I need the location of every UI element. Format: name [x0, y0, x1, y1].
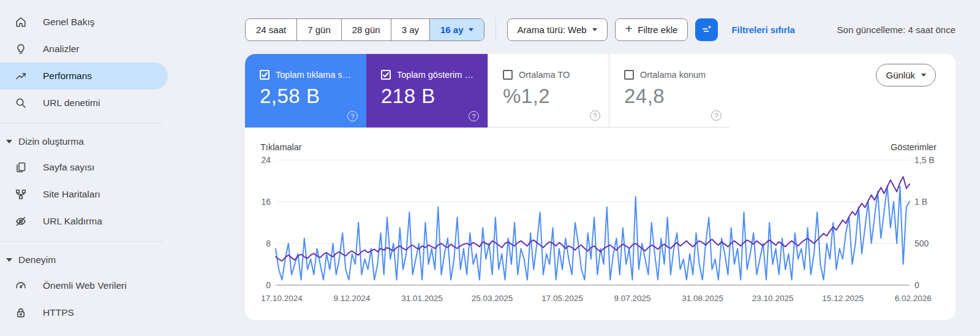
sidebar-item-label: Önemli Web Verileri [43, 280, 127, 291]
filter-toolbar: 24 saat 7 gün 28 gün 3 ay 16 ay Arama tü… [245, 0, 956, 54]
metric-card-total-impressions[interactable]: Toplam gösterim … 218 B ? [366, 54, 488, 128]
metric-label: Toplam tıklama s… [276, 70, 351, 80]
help-icon[interactable]: ? [711, 110, 722, 121]
svg-text:6.02.2026: 6.02.2026 [895, 294, 932, 303]
speedometer-icon [15, 280, 27, 292]
sidebar-item-onemli-web-verileri[interactable]: Önemli Web Verileri [0, 272, 168, 299]
sidebar: Genel Bakış Analizler Performans URL den… [0, 0, 245, 336]
metric-value: 24,8 [624, 85, 730, 108]
svg-text:31.01.2025: 31.01.2025 [401, 294, 443, 303]
chevron-down-icon [921, 74, 926, 77]
svg-text:25.03.2025: 25.03.2025 [472, 294, 513, 303]
performance-icon [15, 70, 27, 82]
svg-text:17.05.2025: 17.05.2025 [541, 294, 583, 303]
sidebar-item-label: URL Kaldırma [43, 216, 102, 227]
date-range-16-ay[interactable]: 16 ay [429, 19, 484, 40]
metric-label: Ortalama konum [640, 70, 706, 80]
smart-filter-button[interactable] [695, 18, 718, 41]
checkbox-checked-icon[interactable] [381, 70, 391, 80]
date-range-28-gun[interactable]: 28 gün [341, 19, 391, 40]
sidebar-item-https[interactable]: HTTPS [0, 299, 168, 326]
filter-sparkle-icon [701, 23, 713, 36]
sidebar-divider [0, 123, 163, 123]
svg-text:17.10.2024: 17.10.2024 [261, 294, 303, 303]
checkbox-unchecked-icon[interactable] [503, 70, 513, 80]
svg-text:15.12.2025: 15.12.2025 [822, 294, 864, 303]
svg-text:1 B: 1 B [914, 197, 927, 207]
lock-icon [15, 307, 27, 319]
sidebar-item-genel-bakis[interactable]: Genel Bakış [0, 9, 168, 36]
cards-row-filler: Günlük [730, 54, 956, 128]
svg-text:9.07.2025: 9.07.2025 [614, 294, 651, 303]
svg-text:9.12.2024: 9.12.2024 [333, 294, 371, 303]
performance-chart[interactable]: 008500161 B241,5 BTıklamalarGösterimler1… [245, 128, 956, 320]
metric-cards-row: Toplam tıklama s… 2,58 B ? Toplam göster… [245, 54, 956, 128]
help-icon[interactable]: ? [469, 111, 479, 121]
reset-filters-link[interactable]: Filtreleri sıfırla [731, 25, 794, 35]
search-type-dropdown[interactable]: Arama türü: Web [507, 18, 608, 41]
pages-icon [15, 161, 27, 174]
date-range-24-saat[interactable]: 24 saat [246, 19, 296, 40]
svg-text:500: 500 [914, 239, 929, 248]
date-range-7-gun[interactable]: 7 gün [296, 19, 341, 40]
sitemap-icon [15, 188, 27, 200]
metric-label: Ortalama TO [519, 70, 570, 80]
sidebar-section-dizin-olusturma[interactable]: Dizin oluşturma [0, 129, 245, 154]
checkbox-unchecked-icon[interactable] [624, 70, 634, 80]
svg-text:1,5 B: 1,5 B [914, 155, 935, 165]
help-icon[interactable]: ? [590, 110, 600, 121]
metric-value: 218 B [381, 85, 488, 108]
metric-card-average-ctr[interactable]: Ortalama TO %1,2 ? [488, 54, 609, 128]
add-filter-button[interactable]: + Filtre ekle [615, 18, 688, 41]
svg-text:16: 16 [261, 197, 271, 207]
sidebar-item-site-haritalari[interactable]: Site Haritaları [0, 181, 168, 208]
chevron-down-icon [6, 140, 12, 143]
sidebar-item-performans[interactable]: Performans [0, 63, 168, 90]
metric-card-total-clicks[interactable]: Toplam tıklama s… 2,58 B ? [245, 54, 366, 128]
svg-text:0: 0 [266, 280, 271, 290]
chevron-down-icon [592, 28, 597, 31]
svg-text:Tıklamalar: Tıklamalar [260, 142, 302, 152]
search-icon [15, 97, 27, 109]
section-label: Dizin oluşturma [18, 136, 84, 147]
sidebar-item-label: Performans [43, 71, 92, 82]
svg-text:Gösterimler: Gösterimler [891, 142, 937, 152]
plus-icon: + [625, 23, 633, 35]
sidebar-item-label: Analizler [43, 44, 79, 55]
date-range-segmented-control: 24 saat 7 gün 28 gün 3 ay 16 ay [245, 18, 484, 41]
svg-text:31.08.2025: 31.08.2025 [682, 294, 723, 303]
svg-text:0: 0 [914, 280, 919, 290]
chevron-down-icon [469, 28, 473, 31]
help-icon[interactable]: ? [347, 111, 358, 121]
performance-panel: Toplam tıklama s… 2,58 B ? Toplam göster… [245, 54, 956, 320]
sidebar-item-url-kaldirma[interactable]: URL Kaldırma [0, 208, 168, 235]
sidebar-item-label: Sayfa sayısı [43, 162, 94, 173]
svg-text:8: 8 [266, 239, 271, 248]
lightbulb-icon [15, 43, 27, 55]
metric-value: 2,58 B [260, 85, 366, 108]
date-range-3-ay[interactable]: 3 ay [391, 19, 429, 40]
main-content: 24 saat 7 gün 28 gün 3 ay 16 ay Arama tü… [245, 0, 956, 336]
sidebar-item-sayfa-sayisi[interactable]: Sayfa sayısı [0, 154, 168, 181]
metric-value: %1,2 [503, 85, 609, 108]
checkbox-checked-icon[interactable] [260, 70, 270, 80]
sidebar-section-deneyim[interactable]: Deneyim [0, 248, 245, 272]
metric-label: Toplam gösterim … [397, 70, 473, 80]
section-label: Deneyim [18, 254, 56, 265]
sidebar-item-analizler[interactable]: Analizler [0, 36, 168, 63]
sidebar-item-url-denetimi[interactable]: URL denetimi [0, 90, 168, 116]
sidebar-item-label: Site Haritaları [43, 189, 100, 200]
sidebar-divider [0, 241, 163, 242]
sidebar-item-label: Genel Bakış [43, 17, 94, 28]
last-update-text: Son güncelleme: 4 saat önce [837, 25, 956, 35]
sidebar-item-label: HTTPS [43, 307, 74, 318]
sidebar-item-label: URL denetimi [43, 97, 100, 109]
svg-text:24: 24 [261, 155, 271, 165]
svg-text:23.10.2025: 23.10.2025 [752, 294, 794, 303]
chevron-down-icon [6, 258, 12, 262]
metric-card-average-position[interactable]: Ortalama konum 24,8 ? [609, 54, 730, 128]
granularity-dropdown[interactable]: Günlük [876, 64, 936, 86]
home-icon [15, 16, 27, 28]
toolbar-divider [496, 18, 496, 40]
eye-off-icon [15, 215, 27, 227]
